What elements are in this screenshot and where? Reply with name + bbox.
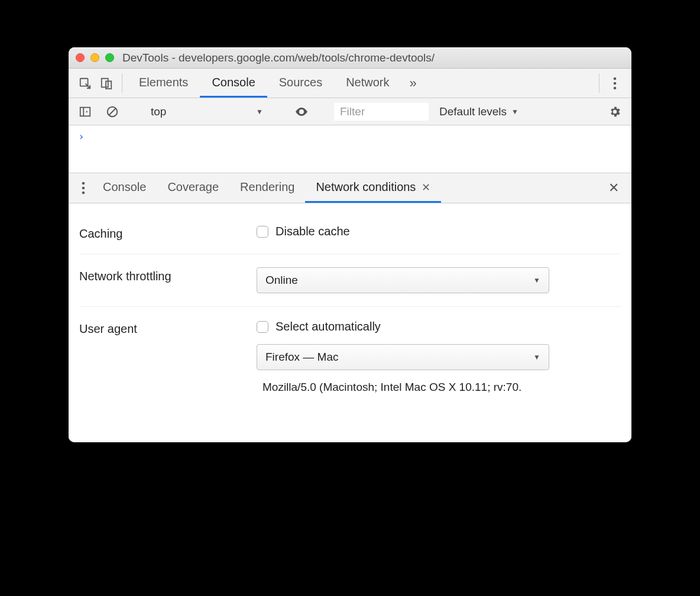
svg-point-11 (82, 182, 85, 185)
settings-kebab-icon[interactable] (604, 69, 626, 98)
devtools-window: DevTools - developers.google.com/web/too… (69, 47, 631, 442)
divider (122, 73, 122, 93)
log-levels-selector[interactable]: Default levels ▼ (435, 105, 523, 118)
minimize-window-button[interactable] (90, 53, 99, 62)
tab-network[interactable]: Network (334, 69, 401, 98)
svg-line-9 (109, 108, 116, 115)
user-agent-string: Mozilla/5.0 (Macintosh; Intel Mac OS X 1… (257, 381, 621, 394)
close-window-button[interactable] (76, 53, 85, 62)
drawer-tab-coverage[interactable]: Coverage (157, 173, 229, 203)
console-settings-gear-icon[interactable] (604, 105, 626, 118)
tab-console[interactable]: Console (200, 69, 267, 98)
console-output[interactable]: › (69, 125, 631, 173)
context-label: top (151, 105, 166, 118)
close-drawer-icon[interactable]: ✕ (602, 173, 626, 203)
divider (599, 73, 599, 93)
svg-point-13 (82, 192, 85, 195)
network-conditions-panel: Caching Disable cache Network throttling… (69, 203, 631, 442)
svg-point-10 (300, 111, 303, 113)
svg-point-3 (614, 77, 617, 80)
inspect-element-icon[interactable] (74, 69, 96, 98)
disable-cache-label: Disable cache (276, 225, 350, 238)
throttling-value: Online (265, 274, 298, 287)
caching-row: Caching Disable cache (79, 212, 621, 254)
user-agent-select[interactable]: Firefox — Mac ▼ (257, 344, 549, 370)
dropdown-triangle-icon: ▼ (533, 276, 540, 284)
svg-rect-6 (80, 107, 90, 116)
svg-point-4 (614, 82, 617, 85)
levels-label: Default levels (439, 105, 507, 118)
dropdown-triangle-icon: ▼ (511, 108, 518, 116)
user-agent-row: User agent Select automatically Firefox … (79, 307, 621, 407)
dropdown-triangle-icon: ▼ (533, 353, 540, 361)
console-prompt-caret-icon: › (78, 130, 85, 142)
throttling-row: Network throttling Online ▼ (79, 254, 621, 307)
drawer-tab-console[interactable]: Console (92, 173, 157, 203)
live-expression-icon[interactable] (291, 105, 312, 119)
svg-rect-1 (102, 78, 108, 87)
main-toolbar: Elements Console Sources Network » (69, 69, 631, 98)
user-agent-label: User agent (79, 320, 257, 336)
throttling-label: Network throttling (79, 267, 257, 283)
more-tabs-chevron-icon[interactable]: » (401, 69, 425, 98)
tab-elements[interactable]: Elements (127, 69, 200, 98)
execution-context-selector[interactable]: top ▼ (145, 105, 269, 118)
drawer-tab-network-conditions[interactable]: Network conditions ✕ (305, 173, 441, 203)
dropdown-triangle-icon: ▼ (256, 108, 263, 116)
svg-point-5 (614, 86, 617, 89)
user-agent-preset: Firefox — Mac (265, 351, 339, 364)
drawer-tabs: Console Coverage Rendering Network condi… (69, 173, 631, 203)
drawer-tab-rendering[interactable]: Rendering (229, 173, 305, 203)
window-title: DevTools - developers.google.com/web/too… (122, 51, 435, 64)
close-tab-icon[interactable]: ✕ (422, 181, 430, 194)
tab-sources[interactable]: Sources (267, 69, 334, 98)
main-tabs: Elements Console Sources Network » (127, 69, 594, 98)
maximize-window-button[interactable] (105, 53, 114, 62)
throttling-select[interactable]: Online ▼ (257, 267, 549, 293)
window-titlebar: DevTools - developers.google.com/web/too… (69, 47, 631, 69)
disable-cache-checkbox[interactable] (257, 226, 268, 238)
drawer-more-icon[interactable] (74, 173, 92, 203)
filter-input[interactable] (334, 103, 429, 121)
select-automatically-label: Select automatically (276, 320, 381, 333)
select-automatically-checkbox[interactable] (257, 321, 268, 333)
device-toolbar-icon[interactable] (96, 69, 117, 98)
console-toolbar: top ▼ Default levels ▼ (69, 98, 631, 125)
traffic-lights (76, 53, 114, 62)
svg-point-12 (82, 187, 85, 190)
clear-console-icon[interactable] (102, 105, 123, 118)
drawer-tab-label: Network conditions (316, 180, 416, 194)
caching-label: Caching (79, 225, 257, 241)
show-console-sidebar-icon[interactable] (74, 105, 96, 118)
